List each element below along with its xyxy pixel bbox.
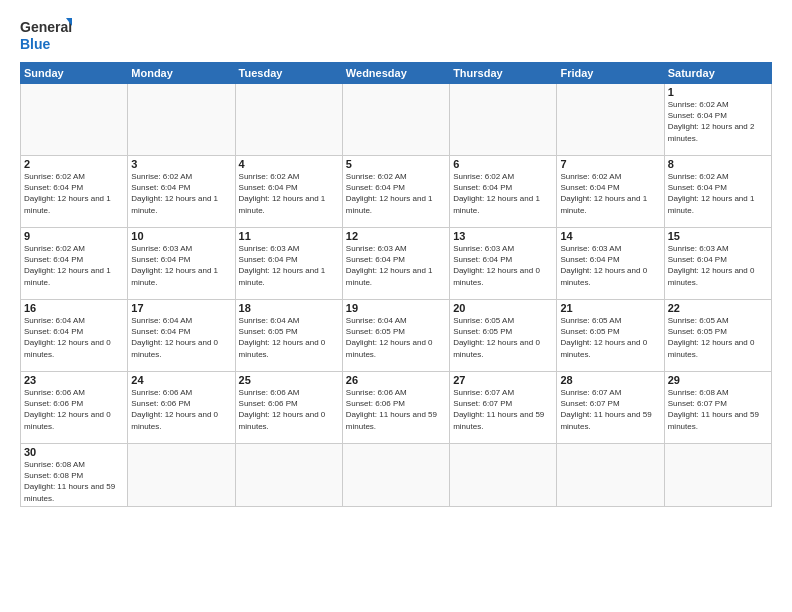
calendar-cell	[450, 444, 557, 507]
calendar-week-row: 23Sunrise: 6:06 AMSunset: 6:06 PMDayligh…	[21, 372, 772, 444]
day-info: Sunrise: 6:05 AMSunset: 6:05 PMDaylight:…	[668, 315, 768, 360]
day-number: 25	[239, 374, 339, 386]
calendar-cell: 23Sunrise: 6:06 AMSunset: 6:06 PMDayligh…	[21, 372, 128, 444]
day-number: 9	[24, 230, 124, 242]
calendar-cell: 4Sunrise: 6:02 AMSunset: 6:04 PMDaylight…	[235, 156, 342, 228]
day-info: Sunrise: 6:04 AMSunset: 6:05 PMDaylight:…	[239, 315, 339, 360]
calendar-cell: 28Sunrise: 6:07 AMSunset: 6:07 PMDayligh…	[557, 372, 664, 444]
calendar-cell: 15Sunrise: 6:03 AMSunset: 6:04 PMDayligh…	[664, 228, 771, 300]
calendar-cell: 25Sunrise: 6:06 AMSunset: 6:06 PMDayligh…	[235, 372, 342, 444]
day-number: 14	[560, 230, 660, 242]
day-number: 6	[453, 158, 553, 170]
day-number: 4	[239, 158, 339, 170]
day-info: Sunrise: 6:03 AMSunset: 6:04 PMDaylight:…	[560, 243, 660, 288]
calendar-cell: 24Sunrise: 6:06 AMSunset: 6:06 PMDayligh…	[128, 372, 235, 444]
day-info: Sunrise: 6:03 AMSunset: 6:04 PMDaylight:…	[453, 243, 553, 288]
day-info: Sunrise: 6:03 AMSunset: 6:04 PMDaylight:…	[239, 243, 339, 288]
calendar-cell: 6Sunrise: 6:02 AMSunset: 6:04 PMDaylight…	[450, 156, 557, 228]
calendar-cell: 21Sunrise: 6:05 AMSunset: 6:05 PMDayligh…	[557, 300, 664, 372]
day-info: Sunrise: 6:02 AMSunset: 6:04 PMDaylight:…	[668, 99, 768, 144]
day-number: 3	[131, 158, 231, 170]
calendar-cell: 17Sunrise: 6:04 AMSunset: 6:04 PMDayligh…	[128, 300, 235, 372]
day-number: 15	[668, 230, 768, 242]
calendar-week-row: 2Sunrise: 6:02 AMSunset: 6:04 PMDaylight…	[21, 156, 772, 228]
header: General Blue	[20, 16, 772, 54]
day-info: Sunrise: 6:03 AMSunset: 6:04 PMDaylight:…	[346, 243, 446, 288]
calendar-cell: 12Sunrise: 6:03 AMSunset: 6:04 PMDayligh…	[342, 228, 449, 300]
day-number: 2	[24, 158, 124, 170]
day-number: 10	[131, 230, 231, 242]
day-info: Sunrise: 6:02 AMSunset: 6:04 PMDaylight:…	[24, 171, 124, 216]
day-number: 11	[239, 230, 339, 242]
calendar-cell: 10Sunrise: 6:03 AMSunset: 6:04 PMDayligh…	[128, 228, 235, 300]
calendar-cell: 16Sunrise: 6:04 AMSunset: 6:04 PMDayligh…	[21, 300, 128, 372]
day-info: Sunrise: 6:02 AMSunset: 6:04 PMDaylight:…	[346, 171, 446, 216]
day-info: Sunrise: 6:02 AMSunset: 6:04 PMDaylight:…	[668, 171, 768, 216]
day-info: Sunrise: 6:06 AMSunset: 6:06 PMDaylight:…	[131, 387, 231, 432]
day-number: 17	[131, 302, 231, 314]
day-info: Sunrise: 6:06 AMSunset: 6:06 PMDaylight:…	[24, 387, 124, 432]
calendar-cell	[235, 444, 342, 507]
day-number: 1	[668, 86, 768, 98]
day-number: 12	[346, 230, 446, 242]
calendar-week-row: 1Sunrise: 6:02 AMSunset: 6:04 PMDaylight…	[21, 84, 772, 156]
day-number: 28	[560, 374, 660, 386]
calendar-cell: 26Sunrise: 6:06 AMSunset: 6:06 PMDayligh…	[342, 372, 449, 444]
weekday-header-wednesday: Wednesday	[342, 63, 449, 84]
day-info: Sunrise: 6:02 AMSunset: 6:04 PMDaylight:…	[24, 243, 124, 288]
svg-text:Blue: Blue	[20, 36, 51, 52]
calendar-week-row: 16Sunrise: 6:04 AMSunset: 6:04 PMDayligh…	[21, 300, 772, 372]
calendar-cell: 9Sunrise: 6:02 AMSunset: 6:04 PMDaylight…	[21, 228, 128, 300]
calendar-cell	[557, 84, 664, 156]
day-number: 18	[239, 302, 339, 314]
weekday-header-monday: Monday	[128, 63, 235, 84]
day-number: 22	[668, 302, 768, 314]
logo-svg: General Blue	[20, 16, 72, 54]
calendar-cell: 22Sunrise: 6:05 AMSunset: 6:05 PMDayligh…	[664, 300, 771, 372]
weekday-header-thursday: Thursday	[450, 63, 557, 84]
calendar-cell: 14Sunrise: 6:03 AMSunset: 6:04 PMDayligh…	[557, 228, 664, 300]
day-info: Sunrise: 6:02 AMSunset: 6:04 PMDaylight:…	[131, 171, 231, 216]
calendar-table: SundayMondayTuesdayWednesdayThursdayFrid…	[20, 62, 772, 507]
day-info: Sunrise: 6:06 AMSunset: 6:06 PMDaylight:…	[346, 387, 446, 432]
calendar-cell	[557, 444, 664, 507]
day-number: 29	[668, 374, 768, 386]
day-number: 27	[453, 374, 553, 386]
svg-text:General: General	[20, 19, 72, 35]
day-info: Sunrise: 6:05 AMSunset: 6:05 PMDaylight:…	[560, 315, 660, 360]
calendar-week-row: 9Sunrise: 6:02 AMSunset: 6:04 PMDaylight…	[21, 228, 772, 300]
calendar-cell: 1Sunrise: 6:02 AMSunset: 6:04 PMDaylight…	[664, 84, 771, 156]
day-number: 26	[346, 374, 446, 386]
calendar-cell: 30Sunrise: 6:08 AMSunset: 6:08 PMDayligh…	[21, 444, 128, 507]
day-info: Sunrise: 6:08 AMSunset: 6:07 PMDaylight:…	[668, 387, 768, 432]
calendar-cell: 13Sunrise: 6:03 AMSunset: 6:04 PMDayligh…	[450, 228, 557, 300]
calendar-body: 1Sunrise: 6:02 AMSunset: 6:04 PMDaylight…	[21, 84, 772, 507]
calendar-cell: 8Sunrise: 6:02 AMSunset: 6:04 PMDaylight…	[664, 156, 771, 228]
day-info: Sunrise: 6:03 AMSunset: 6:04 PMDaylight:…	[668, 243, 768, 288]
calendar-cell: 7Sunrise: 6:02 AMSunset: 6:04 PMDaylight…	[557, 156, 664, 228]
day-number: 16	[24, 302, 124, 314]
day-number: 30	[24, 446, 124, 458]
day-info: Sunrise: 6:02 AMSunset: 6:04 PMDaylight:…	[560, 171, 660, 216]
calendar-cell: 19Sunrise: 6:04 AMSunset: 6:05 PMDayligh…	[342, 300, 449, 372]
day-info: Sunrise: 6:04 AMSunset: 6:04 PMDaylight:…	[131, 315, 231, 360]
calendar-cell: 11Sunrise: 6:03 AMSunset: 6:04 PMDayligh…	[235, 228, 342, 300]
day-number: 20	[453, 302, 553, 314]
day-info: Sunrise: 6:05 AMSunset: 6:05 PMDaylight:…	[453, 315, 553, 360]
day-info: Sunrise: 6:02 AMSunset: 6:04 PMDaylight:…	[453, 171, 553, 216]
day-info: Sunrise: 6:07 AMSunset: 6:07 PMDaylight:…	[560, 387, 660, 432]
calendar-cell	[235, 84, 342, 156]
day-info: Sunrise: 6:04 AMSunset: 6:04 PMDaylight:…	[24, 315, 124, 360]
day-number: 19	[346, 302, 446, 314]
calendar-cell: 18Sunrise: 6:04 AMSunset: 6:05 PMDayligh…	[235, 300, 342, 372]
calendar-cell: 5Sunrise: 6:02 AMSunset: 6:04 PMDaylight…	[342, 156, 449, 228]
calendar-cell	[342, 444, 449, 507]
calendar-cell: 2Sunrise: 6:02 AMSunset: 6:04 PMDaylight…	[21, 156, 128, 228]
calendar-cell	[450, 84, 557, 156]
calendar-cell	[128, 84, 235, 156]
day-info: Sunrise: 6:04 AMSunset: 6:05 PMDaylight:…	[346, 315, 446, 360]
calendar-cell	[21, 84, 128, 156]
logo: General Blue	[20, 16, 72, 54]
calendar-cell	[128, 444, 235, 507]
calendar-cell	[342, 84, 449, 156]
